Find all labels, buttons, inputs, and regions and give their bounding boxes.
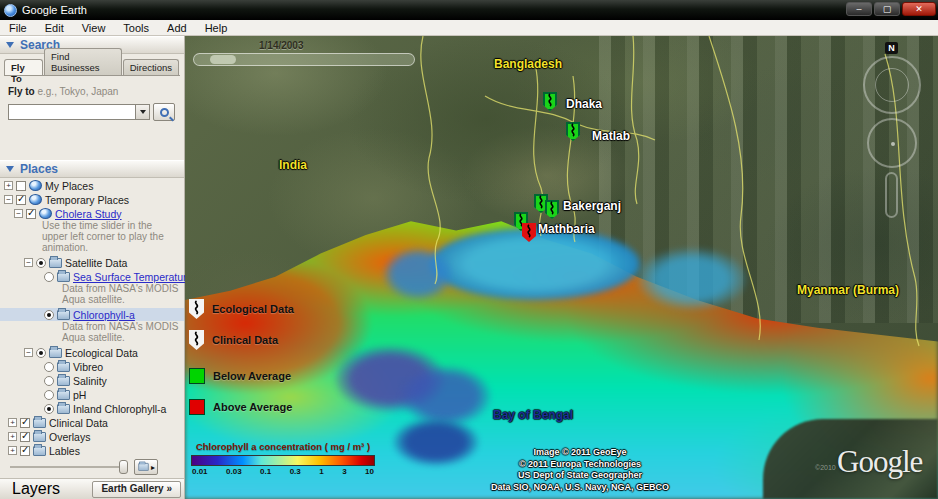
menu-add[interactable]: Add	[158, 21, 196, 35]
tree-label[interactable]: Satellite Data	[65, 257, 127, 269]
collapse-icon[interactable]	[14, 209, 23, 218]
tree-item-ph[interactable]: pH	[0, 388, 184, 401]
google-logo: Google	[837, 444, 922, 480]
time-slider-handle[interactable]	[210, 55, 236, 64]
label-matlab: Matlab	[592, 129, 630, 143]
tree-item-temporary-places[interactable]: Temporary Places	[0, 193, 184, 206]
compass-north-button[interactable]: N	[885, 42, 898, 54]
close-button[interactable]	[902, 2, 936, 16]
menu-view[interactable]: View	[73, 21, 115, 35]
tree-item-salinity[interactable]: Salinity	[0, 374, 184, 387]
checkbox-unchecked[interactable]	[16, 181, 26, 191]
checkbox-checked[interactable]	[26, 209, 36, 219]
search-button[interactable]	[153, 103, 175, 121]
collapse-triangle-icon[interactable]	[6, 42, 14, 48]
tree-label[interactable]: Vibreo	[73, 361, 103, 373]
label-myanmar: Myanmar (Burma)	[797, 283, 899, 297]
fly-to-input[interactable]	[8, 104, 136, 120]
tree-label[interactable]: Temporary Places	[45, 194, 129, 206]
checkbox-checked[interactable]	[16, 195, 26, 205]
label-dhaka: Dhaka	[566, 97, 602, 111]
tree-item-description: Use the time slider in the upper left co…	[0, 220, 180, 253]
earth-gallery-button[interactable]: Earth Gallery »	[92, 481, 181, 498]
map-attribution: Image © 2011 GeoEye © 2011 Europa Techno…	[435, 447, 725, 493]
folder-icon	[57, 310, 70, 320]
tree-label[interactable]: Lables	[49, 445, 80, 457]
tree-item-clinical-data[interactable]: Clinical Data	[0, 416, 184, 429]
time-slider[interactable]	[193, 53, 415, 66]
tree-item-overlays[interactable]: Overlays	[0, 430, 184, 443]
tab-find-businesses[interactable]: Find Businesses	[44, 48, 122, 75]
add-content-button[interactable]	[134, 459, 158, 475]
maximize-button[interactable]	[874, 2, 900, 16]
collapse-icon[interactable]	[4, 195, 13, 204]
checkbox-checked[interactable]	[20, 446, 30, 456]
tab-directions[interactable]: Directions	[123, 59, 179, 75]
label-bakerganj: Bakerganj	[563, 199, 621, 213]
tree-link-label[interactable]: Chlorophyll-a	[73, 309, 135, 321]
legend-row-ecological: Ecological Data	[189, 299, 294, 319]
tree-label[interactable]: My Places	[45, 180, 93, 192]
expand-icon[interactable]	[4, 181, 13, 190]
tree-label[interactable]: Inland Chlorophyll-a	[73, 403, 166, 415]
radio-unchecked[interactable]	[44, 362, 54, 372]
radio-unchecked[interactable]	[44, 390, 54, 400]
fly-to-dropdown-button[interactable]	[136, 104, 150, 120]
tree-label[interactable]: Overlays	[49, 431, 90, 443]
expand-icon[interactable]	[8, 418, 17, 427]
checkbox-checked[interactable]	[20, 418, 30, 428]
menu-bar: File Edit View Tools Add Help	[0, 20, 938, 36]
places-panel-header[interactable]: Places	[0, 160, 184, 178]
tree-label[interactable]: Clinical Data	[49, 417, 108, 429]
tree-item-chlorophyll-a[interactable]: Chlorophyll-a	[0, 308, 184, 321]
tree-label[interactable]: pH	[73, 389, 86, 401]
collapse-triangle-icon[interactable]	[6, 166, 14, 172]
tree-item-satellite-data[interactable]: Satellite Data	[0, 256, 184, 269]
menu-tools[interactable]: Tools	[114, 21, 158, 35]
radio-checked[interactable]	[36, 258, 46, 268]
collapse-icon[interactable]	[24, 258, 33, 267]
layers-panel-header[interactable]: Layers Earth Gallery »	[0, 478, 184, 499]
tree-item-ecological-data[interactable]: Ecological Data	[0, 346, 184, 359]
attribution-line: US Dept of State Geographer	[435, 470, 725, 482]
zoom-slider[interactable]	[885, 172, 898, 218]
folder-icon	[138, 463, 148, 471]
tab-fly-to[interactable]: Fly To	[4, 59, 43, 75]
expand-icon[interactable]	[8, 446, 17, 455]
sidebar: Search Fly To Find Businesses Directions…	[0, 36, 185, 499]
attribution-line: © 2011 Europa Technologies	[435, 459, 725, 471]
menu-edit[interactable]: Edit	[36, 21, 73, 35]
tree-link-label[interactable]: Sea Surface Temperature	[73, 271, 192, 283]
tree-item-inland-chlorophyll-a[interactable]: Inland Chlorophyll-a	[0, 402, 184, 415]
radio-unchecked[interactable]	[44, 376, 54, 386]
legend-row-above-average: Above Average	[189, 397, 294, 417]
map-viewport[interactable]: 1/14/2003 Bangladesh India Myanmar (Burm…	[185, 36, 938, 499]
tree-item-vibreo[interactable]: Vibreo	[0, 360, 184, 373]
attribution-line: Image © 2011 GeoEye	[435, 447, 725, 459]
radio-checked[interactable]	[36, 348, 46, 358]
fly-to-hint: e.g., Tokyo, Japan	[37, 86, 118, 97]
title-bar[interactable]: Google Earth	[0, 0, 938, 20]
move-joystick[interactable]	[867, 118, 917, 168]
tree-link-label[interactable]: Cholera Study	[55, 208, 122, 220]
label-bay-of-bengal: Bay of Bengal	[493, 408, 573, 422]
collapse-icon[interactable]	[24, 348, 33, 357]
radio-checked[interactable]	[44, 310, 54, 320]
colorbar-ticks: 0.01 0.03 0.1 0.3 1 3 10	[191, 467, 375, 476]
checkbox-checked[interactable]	[20, 432, 30, 442]
tree-label[interactable]: Ecological Data	[65, 347, 138, 359]
menu-file[interactable]: File	[0, 21, 36, 35]
tree-item-sea-surface-temperature[interactable]: Sea Surface Temperature	[0, 270, 184, 283]
tree-item-cholera-study[interactable]: Cholera Study	[0, 207, 184, 220]
expand-icon[interactable]	[8, 432, 17, 441]
places-scroll-slider[interactable]	[10, 466, 128, 468]
clinical-data-icon	[189, 330, 204, 350]
radio-unchecked[interactable]	[44, 272, 54, 282]
tree-item-my-places[interactable]: My Places	[0, 179, 184, 192]
menu-help[interactable]: Help	[196, 21, 237, 35]
radio-checked[interactable]	[44, 404, 54, 414]
tree-label[interactable]: Salinity	[73, 375, 107, 387]
google-earth-window: Google Earth File Edit View Tools Add He…	[0, 0, 938, 499]
slider-knob[interactable]	[119, 460, 128, 474]
minimize-button[interactable]	[846, 2, 872, 16]
